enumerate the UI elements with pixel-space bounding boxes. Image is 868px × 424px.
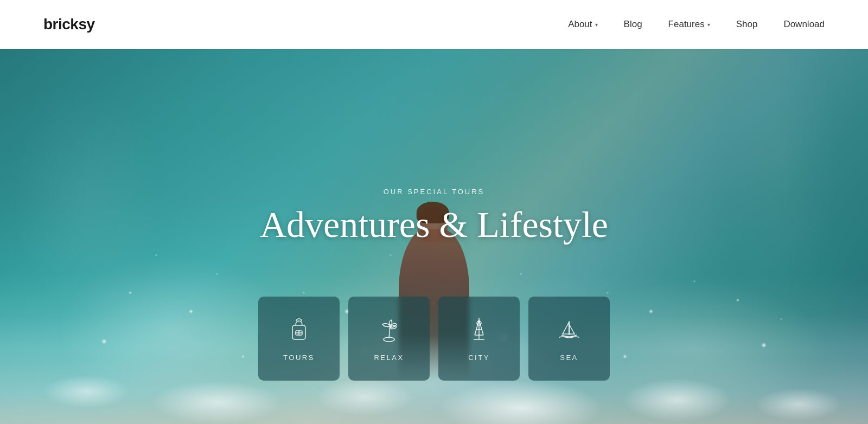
tour-card-relax-label: RELAX: [374, 354, 404, 362]
hero-content: OUR SPECIAL TOURS Adventures & Lifestyle: [217, 188, 651, 272]
nav-item-blog[interactable]: Blog: [624, 19, 642, 30]
hero-subtitle: OUR SPECIAL TOURS: [217, 188, 651, 196]
nav-label-about: About: [568, 19, 592, 30]
nav-label-download: Download: [783, 19, 825, 30]
chevron-down-icon: ▾: [707, 22, 710, 28]
nav-item-download[interactable]: Download: [783, 19, 825, 30]
hero-title: Adventures & Lifestyle: [217, 204, 651, 245]
nav-item-about[interactable]: About ▾: [568, 19, 597, 30]
tour-card-tours[interactable]: TOURS: [258, 297, 340, 381]
tour-card-city[interactable]: CITY: [438, 297, 520, 381]
palm-tree-icon: [375, 316, 403, 344]
hero-section: OUR SPECIAL TOURS Adventures & Lifestyle…: [0, 49, 868, 424]
nav-label-blog: Blog: [624, 19, 642, 30]
backpack-icon: [285, 316, 313, 344]
tour-card-sea[interactable]: SEA: [528, 297, 610, 381]
nav-item-shop[interactable]: Shop: [736, 19, 758, 30]
logo[interactable]: bricksy: [43, 16, 95, 33]
nav-label-features: Features: [668, 19, 705, 30]
tour-card-tours-label: TOURS: [283, 354, 315, 362]
main-nav: About ▾ Blog Features ▾ Shop Download: [568, 19, 825, 30]
tour-card-city-label: CITY: [468, 354, 490, 362]
nav-label-shop: Shop: [736, 19, 758, 30]
nav-item-features[interactable]: Features ▾: [668, 19, 710, 30]
sailboat-icon: [555, 316, 583, 344]
chevron-down-icon: ▾: [595, 22, 598, 28]
tour-card-sea-label: SEA: [560, 354, 578, 362]
tour-card-relax[interactable]: RELAX: [348, 297, 430, 381]
tour-cards-container: TOURS RELAX: [258, 297, 610, 381]
tower-icon: [465, 316, 493, 344]
header: bricksy About ▾ Blog Features ▾ Shop Dow…: [0, 0, 868, 49]
